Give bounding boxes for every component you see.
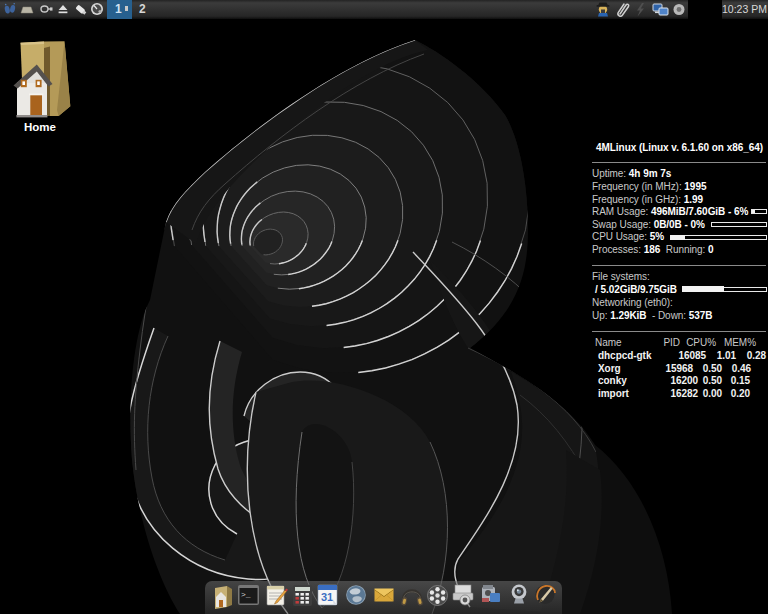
svg-text:31: 31: [321, 591, 333, 603]
svg-text:>_: >_: [241, 590, 251, 599]
